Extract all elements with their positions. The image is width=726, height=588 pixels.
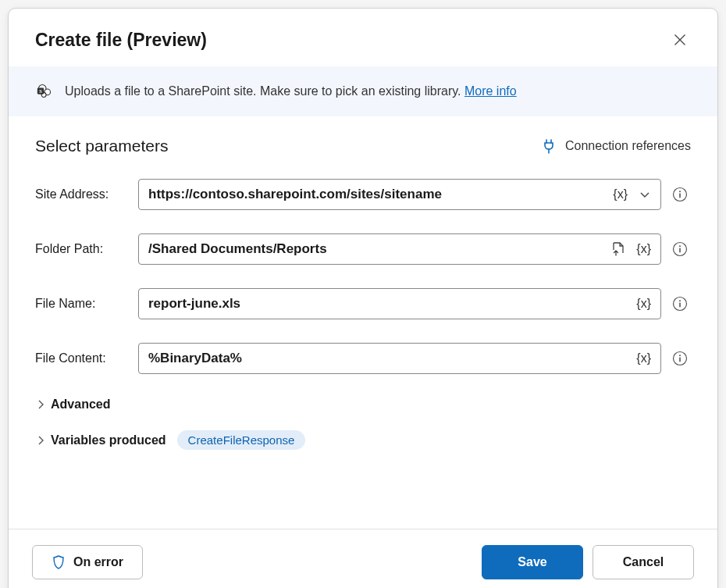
more-info-link[interactable]: More info: [464, 84, 517, 98]
variable-token-button[interactable]: {x}: [633, 297, 654, 311]
svg-point-6: [679, 191, 681, 192]
dialog-footer: On error Save Cancel: [9, 529, 717, 588]
on-error-label: On error: [73, 555, 123, 569]
folder-path-input-wrap[interactable]: {x}: [138, 233, 661, 265]
cancel-button[interactable]: Cancel: [593, 545, 694, 579]
sharepoint-icon: S: [35, 82, 54, 101]
variable-token-button[interactable]: {x}: [610, 187, 631, 201]
field-row-folder-path: Folder Path: {x}: [35, 233, 691, 265]
file-content-input[interactable]: [148, 351, 628, 366]
info-text: Uploads a file to a SharePoint site. Mak…: [65, 84, 517, 98]
dialog-header: Create file (Preview): [9, 9, 717, 66]
footer-actions: Save Cancel: [482, 545, 694, 579]
shield-icon: [52, 554, 66, 570]
close-icon: [674, 34, 686, 46]
svg-rect-10: [679, 248, 681, 253]
advanced-toggle[interactable]: Advanced: [35, 397, 691, 412]
chevron-right-icon: [35, 399, 46, 410]
field-row-site-address: Site Address: {x}: [35, 179, 691, 210]
site-address-dropdown[interactable]: [635, 188, 654, 201]
svg-rect-16: [679, 358, 681, 362]
info-icon: [672, 296, 688, 312]
variable-token-button[interactable]: {x}: [633, 242, 654, 256]
connection-references-button[interactable]: Connection references: [542, 138, 691, 154]
create-file-dialog: Create file (Preview) S Uploads a file t…: [8, 8, 718, 588]
chevron-right-icon: [35, 435, 46, 446]
variable-token-button[interactable]: {x}: [633, 351, 654, 365]
svg-point-12: [679, 300, 681, 301]
site-address-info[interactable]: [669, 184, 691, 205]
variable-chip[interactable]: CreateFileResponse: [177, 430, 306, 450]
info-icon: [672, 187, 688, 202]
advanced-label: Advanced: [51, 397, 110, 412]
close-button[interactable]: [669, 29, 691, 51]
site-address-label: Site Address:: [35, 187, 130, 201]
site-address-input[interactable]: [148, 187, 605, 202]
variables-produced-label: Variables produced: [51, 433, 166, 447]
info-icon: [672, 351, 688, 366]
file-arrow-icon: [611, 241, 625, 257]
folder-path-label: Folder Path:: [35, 242, 130, 256]
plug-icon: [542, 138, 556, 154]
info-icon: [672, 241, 688, 257]
save-button[interactable]: Save: [482, 545, 583, 579]
on-error-button[interactable]: On error: [32, 545, 143, 579]
field-row-file-content: File Content: {x}: [35, 343, 691, 374]
file-name-input[interactable]: [148, 296, 628, 312]
folder-path-info[interactable]: [669, 238, 691, 260]
field-row-file-name: File Name: {x}: [35, 288, 691, 319]
connection-references-label: Connection references: [565, 139, 691, 153]
info-description: Uploads a file to a SharePoint site. Mak…: [65, 84, 461, 98]
folder-picker-button[interactable]: [608, 241, 628, 257]
file-content-input-wrap[interactable]: {x}: [138, 343, 661, 374]
file-content-info[interactable]: [669, 347, 691, 369]
section-head: Select parameters Connection references: [35, 137, 691, 155]
folder-path-input[interactable]: [148, 241, 603, 257]
svg-rect-7: [679, 194, 681, 198]
site-address-input-wrap[interactable]: {x}: [138, 179, 661, 210]
variables-produced-toggle[interactable]: Variables produced CreateFileResponse: [35, 430, 691, 450]
file-name-label: File Name:: [35, 297, 130, 311]
file-name-info[interactable]: [669, 293, 691, 315]
dialog-content: Select parameters Connection references …: [9, 116, 717, 529]
info-bar: S Uploads a file to a SharePoint site. M…: [9, 66, 717, 116]
svg-rect-13: [679, 303, 681, 308]
file-name-input-wrap[interactable]: {x}: [138, 288, 661, 319]
dialog-title: Create file (Preview): [35, 30, 207, 51]
section-title: Select parameters: [35, 137, 168, 155]
chevron-down-icon: [639, 188, 651, 201]
svg-text:S: S: [39, 88, 42, 94]
svg-point-15: [679, 355, 681, 356]
file-content-label: File Content:: [35, 351, 130, 365]
svg-point-9: [679, 245, 681, 247]
